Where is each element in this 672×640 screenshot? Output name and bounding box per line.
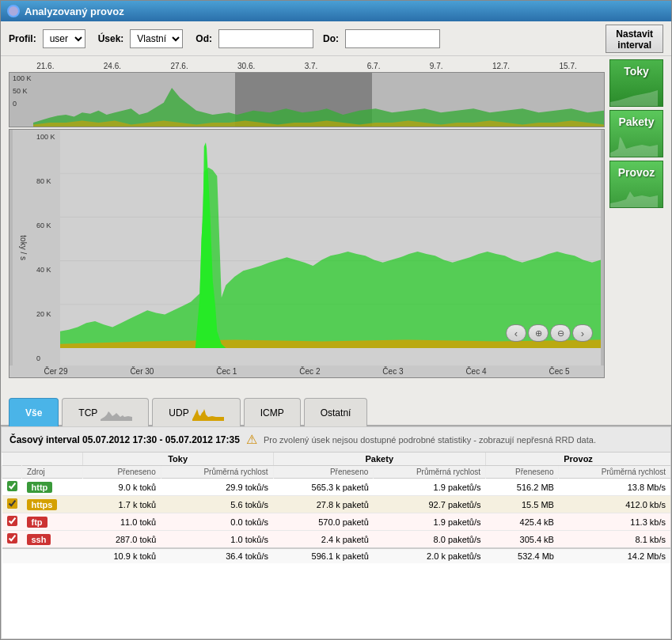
chart-main: 21.6. 24.6. 27.6. 30.6. 3.7. 6.7. 9.7. 1… bbox=[9, 59, 605, 385]
toky-rychlost-cell: 29.9 toků/s bbox=[161, 479, 273, 496]
toky-button[interactable]: Toky bbox=[609, 59, 663, 107]
svg-marker-12 bbox=[610, 137, 658, 157]
stats-tbody: http 9.0 k toků 29.9 toků/s 565.3 k pake… bbox=[2, 479, 671, 549]
provoz-rychlost-cell: 412.0 kb/s bbox=[559, 496, 670, 513]
source-badge: https bbox=[27, 499, 58, 510]
source-badge: ssh bbox=[27, 534, 51, 545]
source-cell: ftp bbox=[22, 513, 83, 531]
tab-ostatni-label: Ostatní bbox=[321, 407, 351, 418]
provoz-rychlost-cell: 8.1 kb/s bbox=[559, 531, 670, 549]
tab-vse-label: Vše bbox=[25, 407, 42, 418]
titlebar: Analyzovaný provoz bbox=[1, 1, 671, 21]
toky-preneseno-header: Přeneseno bbox=[82, 466, 161, 479]
table-row: ssh 287.0 toků 1.0 toků/s 2.4 k paketů 8… bbox=[2, 531, 671, 549]
pakety-button[interactable]: Pakety bbox=[609, 110, 663, 157]
provoz-rychlost-cell: 13.8 Mb/s bbox=[559, 479, 670, 496]
provoz-mini-chart bbox=[610, 180, 658, 207]
pakety-preneseno-cell: 27.8 k paketů bbox=[273, 496, 374, 513]
mini-chart-svg bbox=[33, 73, 604, 127]
source-cell: ssh bbox=[22, 531, 83, 549]
row-checkbox-cell bbox=[2, 531, 22, 549]
provoz-button[interactable]: Provoz bbox=[609, 161, 663, 208]
row-checkbox[interactable] bbox=[7, 516, 17, 526]
chart-plot: ‹ ⊕ ⊖ › bbox=[60, 130, 601, 365]
toky-rychlost-cell: 5.6 toků/s bbox=[161, 496, 273, 513]
toky-rychlost-cell: 0.0 toků/s bbox=[161, 513, 273, 531]
stats-time: Časový interval 05.07.2012 17:30 - 05.07… bbox=[9, 434, 240, 445]
row-checkbox[interactable] bbox=[7, 481, 17, 491]
source-badge: http bbox=[27, 482, 53, 493]
pakety-group-header: Pakety bbox=[273, 453, 486, 466]
pakety-preneseno-cell: 2.4 k paketů bbox=[273, 531, 374, 549]
provoz-group-header: Provoz bbox=[486, 453, 670, 466]
pakety-preneseno-header: Přeneseno bbox=[273, 466, 374, 479]
toky-preneseno-cell: 287.0 toků bbox=[82, 531, 161, 549]
row-checkbox-cell bbox=[2, 479, 22, 496]
svg-marker-15 bbox=[192, 409, 224, 421]
toky-preneseno-cell: 1.7 k toků bbox=[82, 496, 161, 513]
pakety-preneseno-cell: 565.3 k paketů bbox=[273, 479, 374, 496]
svg-marker-14 bbox=[101, 411, 132, 421]
zoom-in-button[interactable]: ⊕ bbox=[528, 324, 549, 342]
tabs-bar: Vše TCP UDP ICMP Ostatní bbox=[1, 388, 671, 426]
pakety-mini-chart bbox=[610, 129, 658, 157]
toky-preneseno-cell: 9.0 k toků bbox=[82, 479, 161, 496]
pakety-rychlost-cell: 92.7 paketů/s bbox=[374, 496, 486, 513]
provoz-preneseno-header: Přeneseno bbox=[486, 466, 559, 479]
profil-select[interactable]: user bbox=[43, 29, 85, 48]
provoz-rychlost-header: Průměrná rychlost bbox=[559, 466, 670, 479]
od-input[interactable]: 28.06.2012 07:45 bbox=[218, 29, 313, 48]
stats-header: Časový interval 05.07.2012 17:30 - 05.07… bbox=[2, 427, 670, 453]
svg-marker-8 bbox=[60, 168, 601, 348]
toky-rychlost-header: Průměrná rychlost bbox=[161, 466, 273, 479]
table-row: http 9.0 k toků 29.9 toků/s 565.3 k pake… bbox=[2, 479, 671, 496]
toky-rychlost-cell: 1.0 toků/s bbox=[161, 531, 273, 549]
udp-mini-chart bbox=[192, 405, 224, 421]
y-axis-label: toky / s bbox=[13, 130, 35, 365]
pakety-preneseno-cell: 570.0 paketů bbox=[273, 513, 374, 531]
zoom-out-button[interactable]: ⊖ bbox=[550, 324, 571, 342]
svg-marker-0 bbox=[33, 88, 604, 127]
tab-ostatni[interactable]: Ostatní bbox=[304, 398, 368, 426]
provoz-preneseno-cell: 305.4 kB bbox=[486, 531, 559, 549]
provoz-preneseno-cell: 425.4 kB bbox=[486, 513, 559, 531]
mini-chart-canvas[interactable]: 100 K 50 K 0 bbox=[9, 72, 605, 127]
column-sub-headers: Zdroj Přeneseno Průměrná rychlost Přenes… bbox=[2, 466, 671, 479]
tab-tcp[interactable]: TCP bbox=[62, 398, 149, 426]
pakety-rychlost-header: Průměrná rychlost bbox=[374, 466, 486, 479]
pakety-rychlost-cell: 8.0 paketů/s bbox=[374, 531, 486, 549]
row-checkbox-cell bbox=[2, 496, 22, 513]
main-window: Analyzovaný provoz Profil: user Úsek: Vl… bbox=[0, 0, 672, 640]
tab-udp-label: UDP bbox=[169, 407, 188, 418]
nastavit-button[interactable]: Nastavitinterval bbox=[606, 25, 663, 53]
totals-toky-preneseno: 10.9 k toků bbox=[82, 548, 161, 563]
tab-udp[interactable]: UDP bbox=[152, 398, 240, 426]
warning-icon: ⚠ bbox=[246, 432, 257, 447]
source-cell: http bbox=[22, 479, 83, 496]
row-checkbox[interactable] bbox=[7, 533, 17, 543]
toky-preneseno-cell: 11.0 toků bbox=[82, 513, 161, 531]
totals-pakety-preneseno: 596.1 k paketů bbox=[273, 548, 374, 563]
titlebar-icon bbox=[7, 5, 20, 17]
tab-vse[interactable]: Vše bbox=[9, 398, 59, 426]
column-group-headers: Toky Pakety Provoz bbox=[2, 453, 671, 466]
table-row: https 1.7 k toků 5.6 toků/s 27.8 k paket… bbox=[2, 496, 671, 513]
tab-tcp-label: TCP bbox=[78, 407, 97, 418]
nav-right-button[interactable]: › bbox=[572, 324, 593, 342]
do-label: Do: bbox=[323, 33, 339, 44]
tab-icmp[interactable]: ICMP bbox=[244, 398, 301, 426]
source-badge: ftp bbox=[27, 517, 47, 528]
nav-left-button[interactable]: ‹ bbox=[506, 324, 526, 342]
totals-row: 10.9 k toků 36.4 toků/s 596.1 k paketů 2… bbox=[2, 548, 671, 563]
usek-select[interactable]: Vlastní bbox=[130, 29, 183, 48]
nav-buttons: ‹ ⊕ ⊖ › bbox=[506, 324, 593, 342]
big-chart[interactable]: toky / s 100 K 80 K 60 K 40 K 20 K 0 bbox=[9, 129, 605, 378]
stats-warning-text: Pro zvolený úsek nejsou dostupné podrobn… bbox=[264, 435, 596, 445]
row-checkbox[interactable] bbox=[7, 498, 17, 509]
do-input[interactable]: 05.07.2012 17:35 bbox=[345, 29, 440, 48]
side-buttons: Toky Pakety Provoz bbox=[609, 59, 663, 385]
pakety-rychlost-cell: 1.9 paketů/s bbox=[374, 479, 486, 496]
y-axis-values: 100 K 80 K 60 K 40 K 20 K 0 bbox=[35, 130, 60, 365]
totals-provoz-preneseno: 532.4 Mb bbox=[486, 548, 559, 563]
svg-marker-13 bbox=[610, 191, 658, 207]
